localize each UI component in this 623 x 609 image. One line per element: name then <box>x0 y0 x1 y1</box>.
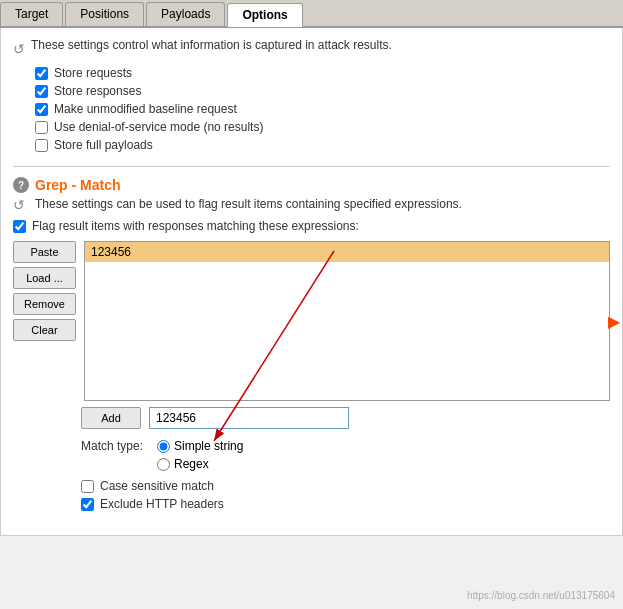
checkbox-make-unmodified: Make unmodified baseline request <box>35 102 610 116</box>
store-full-payloads-label: Store full payloads <box>54 138 153 152</box>
add-input[interactable] <box>149 407 349 429</box>
clear-button[interactable]: Clear <box>13 319 76 341</box>
match-type-label: Match type: <box>81 439 143 453</box>
attack-results-header: ↺ These settings control what informatio… <box>13 38 610 60</box>
grep-buttons: Paste Load ... Remove Clear <box>13 241 76 401</box>
checkbox-store-requests: Store requests <box>35 66 610 80</box>
tab-bar: Target Positions Payloads Options <box>0 0 623 28</box>
grep-area: Paste Load ... Remove Clear 123456 ▶ <box>13 241 610 401</box>
tab-positions[interactable]: Positions <box>65 2 144 26</box>
help-icon[interactable]: ? <box>13 177 29 193</box>
tab-payloads[interactable]: Payloads <box>146 2 225 26</box>
tab-target[interactable]: Target <box>0 2 63 26</box>
store-full-payloads-checkbox[interactable] <box>35 139 48 152</box>
exclude-http-checkbox[interactable] <box>81 498 94 511</box>
divider-1 <box>13 166 610 167</box>
store-requests-checkbox[interactable] <box>35 67 48 80</box>
exclude-http-label: Exclude HTTP headers <box>100 497 224 511</box>
checkbox-case-sensitive: Case sensitive match <box>81 479 610 493</box>
match-type-row: Match type: Simple string Regex <box>81 439 610 471</box>
grep-list-item[interactable]: 123456 <box>85 242 609 262</box>
simple-string-radio[interactable] <box>157 440 170 453</box>
make-unmodified-checkbox[interactable] <box>35 103 48 116</box>
regex-radio[interactable] <box>157 458 170 471</box>
grep-refresh-icon[interactable]: ↺ <box>13 197 25 213</box>
store-responses-label: Store responses <box>54 84 141 98</box>
watermark: https://blog.csdn.net/u013175604 <box>467 590 615 601</box>
arrow-indicator: ▶ <box>608 312 620 331</box>
store-responses-checkbox[interactable] <box>35 85 48 98</box>
grep-match-title-row: ? Grep - Match <box>13 177 610 193</box>
simple-string-label: Simple string <box>174 439 243 453</box>
paste-button[interactable]: Paste <box>13 241 76 263</box>
checkbox-store-full-payloads: Store full payloads <box>35 138 610 152</box>
add-button[interactable]: Add <box>81 407 141 429</box>
attack-results-checkboxes: Store requests Store responses Make unmo… <box>35 66 610 152</box>
remove-button[interactable]: Remove <box>13 293 76 315</box>
checkbox-exclude-http: Exclude HTTP headers <box>81 497 610 511</box>
attack-results-description: These settings control what information … <box>31 38 392 52</box>
flag-items-label: Flag result items with responses matchin… <box>32 219 359 233</box>
make-unmodified-label: Make unmodified baseline request <box>54 102 237 116</box>
denial-of-service-label: Use denial-of-service mode (no results) <box>54 120 263 134</box>
radio-col: Simple string Regex <box>157 439 253 471</box>
radio-regex: Regex <box>157 457 243 471</box>
grep-list[interactable]: 123456 <box>84 241 610 401</box>
grep-description: These settings can be used to flag resul… <box>35 197 462 211</box>
grep-match-section: ? Grep - Match ↺ These settings can be u… <box>13 177 610 511</box>
radio-simple-string: Simple string <box>157 439 243 453</box>
refresh-icon[interactable]: ↺ <box>13 41 25 57</box>
checkbox-denial-of-service: Use denial-of-service mode (no results) <box>35 120 610 134</box>
store-requests-label: Store requests <box>54 66 132 80</box>
flag-items-checkbox[interactable] <box>13 220 26 233</box>
tab-options[interactable]: Options <box>227 3 302 27</box>
grep-match-title: Grep - Match <box>35 177 121 193</box>
case-sensitive-label: Case sensitive match <box>100 479 214 493</box>
denial-of-service-checkbox[interactable] <box>35 121 48 134</box>
main-content: ↺ These settings control what informatio… <box>0 28 623 536</box>
case-sensitive-checkbox[interactable] <box>81 480 94 493</box>
attack-results-section: ↺ These settings control what informatio… <box>13 38 610 152</box>
load-button[interactable]: Load ... <box>13 267 76 289</box>
regex-label: Regex <box>174 457 209 471</box>
checkbox-store-responses: Store responses <box>35 84 610 98</box>
add-row: Add <box>81 407 610 429</box>
bottom-options: Case sensitive match Exclude HTTP header… <box>81 479 610 511</box>
grep-list-container: 123456 ▶ <box>84 241 610 401</box>
flag-checkbox-row: Flag result items with responses matchin… <box>13 219 610 233</box>
